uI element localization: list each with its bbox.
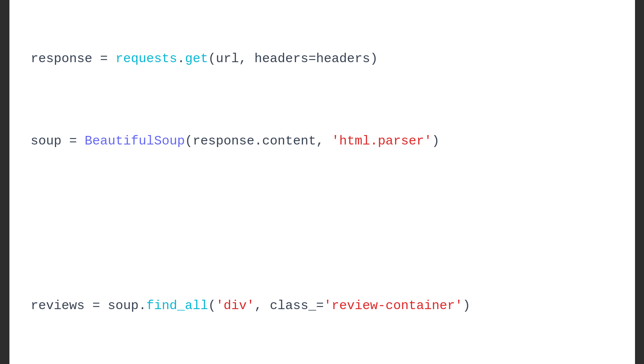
code-container: import requests from bs4 import Beautifu… [9,0,635,364]
code-block: import requests from bs4 import Beautifu… [31,0,614,364]
blank-3 [31,213,614,234]
line-reviews: reviews = soup.find_all('div', class_='r… [31,295,614,316]
line-soup: soup = BeautifulSoup(response.content, '… [31,131,614,151]
line-response: response = requests.get(url, headers=hea… [31,48,614,69]
